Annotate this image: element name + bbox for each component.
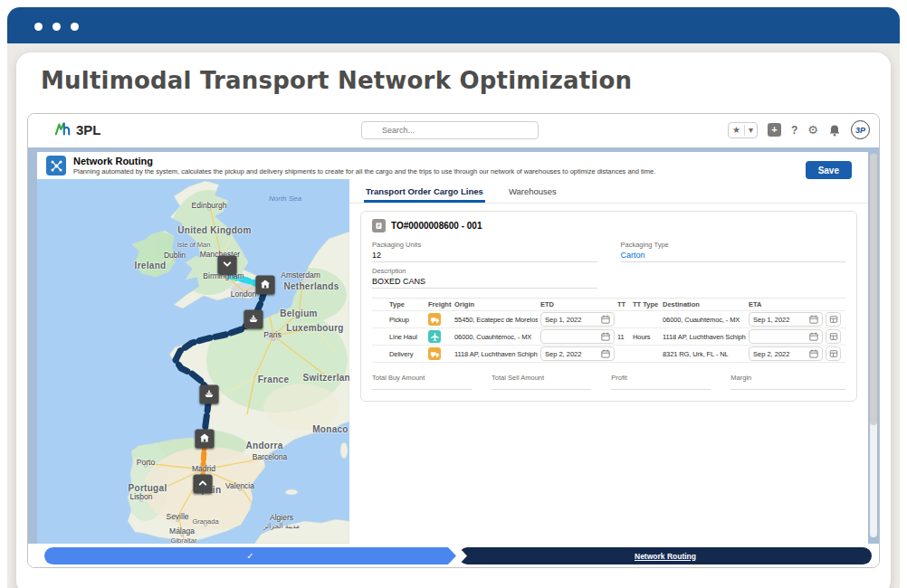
- order-id: TO#0000008600 - 001: [391, 221, 482, 231]
- type-cell: Pickup: [389, 316, 425, 324]
- order-field: Packaging Units12: [372, 238, 597, 262]
- help-icon[interactable]: ?: [791, 124, 797, 137]
- total-label: Margin: [730, 374, 845, 390]
- type-cell: Delivery: [389, 350, 425, 358]
- etd-input[interactable]: [540, 329, 615, 344]
- etd-input[interactable]: Sep 1, 2022: [540, 312, 615, 327]
- total-field: Total Buy Amount: [372, 374, 472, 390]
- avatar[interactable]: 3P: [851, 120, 870, 139]
- column-header: Destination: [663, 300, 746, 308]
- app-logo[interactable]: 3PL: [53, 121, 101, 138]
- field-label: Description: [372, 267, 597, 275]
- warehouse-icon: [199, 431, 211, 447]
- panel-title: Network Routing: [73, 156, 655, 167]
- ship-icon: [248, 311, 260, 327]
- eta-value: Sep 2, 2022: [753, 350, 789, 358]
- transport-order-card: TO#0000008600 - 001 Packaging Units12Pac…: [360, 211, 857, 402]
- column-header: Type: [389, 300, 425, 308]
- order-fields: Packaging Units12Packaging TypeCartonDes…: [372, 238, 845, 290]
- field-label: Packaging Type: [621, 241, 846, 249]
- network-routing-workspace: Network Routing Planning automated by th…: [28, 147, 879, 544]
- calendar-icon: [809, 346, 818, 362]
- field-value[interactable]: Carton: [621, 251, 846, 260]
- column-header: TT Type: [633, 300, 660, 308]
- bell-icon[interactable]: [828, 124, 841, 137]
- window-dot-icon[interactable]: [53, 23, 61, 31]
- calendar-icon: [601, 328, 610, 345]
- total-field: Margin: [730, 374, 845, 390]
- etd-input[interactable]: Sep 2, 2022: [540, 346, 615, 361]
- window-dot-icon[interactable]: [34, 23, 43, 31]
- row-detail-button[interactable]: [826, 346, 841, 361]
- total-label: Total Buy Amount: [372, 374, 472, 390]
- path-step-current[interactable]: Network Routing: [459, 547, 872, 564]
- column-header: ETA: [749, 300, 823, 308]
- table-row: Delivery1118 AP, Luchthaven Schiphol, - …: [372, 346, 845, 363]
- scrollbar-thumb[interactable]: [870, 154, 877, 425]
- tab-transport-order-cargo-lines[interactable]: Transport Order Cargo Lines: [364, 186, 485, 203]
- app-window: 3PL ★ ▾ + ? ⚙ 3P: [27, 113, 880, 568]
- freight-truck-icon: [428, 347, 441, 360]
- save-button[interactable]: Save: [806, 161, 852, 179]
- path-step-completed[interactable]: ✓: [44, 547, 456, 564]
- browser-titlebar: [7, 7, 900, 43]
- column-header: TT: [617, 300, 630, 308]
- freight-cell: [428, 347, 452, 360]
- eta-input[interactable]: Sep 1, 2022: [749, 312, 823, 327]
- order-field: Packaging TypeCarton: [621, 238, 846, 262]
- add-icon[interactable]: +: [768, 123, 781, 137]
- row-detail-button[interactable]: [826, 329, 841, 344]
- origin-cell: 55450, Ecatepec de Morelos, - MX: [454, 316, 538, 324]
- scrollbar[interactable]: [870, 154, 877, 537]
- calendar-icon: [809, 328, 818, 345]
- freight-truck-icon: [428, 313, 441, 326]
- ship-icon: [204, 386, 215, 403]
- map-marker-ship[interactable]: [244, 310, 263, 329]
- field-value: 12: [372, 251, 597, 260]
- page-title: Multimodal Transport Network Optimizatio…: [41, 67, 632, 94]
- path-step-label: Network Routing: [635, 552, 696, 561]
- total-label: Profit: [611, 374, 711, 390]
- window-dot-icon[interactable]: [71, 23, 79, 31]
- map-marker-warehouse[interactable]: [256, 276, 275, 295]
- eta-input[interactable]: Sep 2, 2022: [749, 346, 823, 361]
- map-marker-warehouse[interactable]: [196, 430, 215, 449]
- warehouse-icon: [260, 277, 272, 293]
- type-cell: Line Haul: [389, 333, 425, 341]
- eta-value: Sep 1, 2022: [753, 316, 789, 324]
- eta-input[interactable]: [749, 329, 823, 344]
- brand-mark-icon: [53, 121, 72, 138]
- row-detail-button[interactable]: [826, 312, 841, 327]
- route-map[interactable]: North SeaEdinburghUnited KingdomIsle of …: [37, 179, 349, 544]
- gear-icon[interactable]: ⚙: [807, 123, 818, 137]
- etd-value: Sep 2, 2022: [545, 350, 581, 358]
- window-controls[interactable]: [34, 23, 79, 31]
- divider: [744, 125, 745, 136]
- cargo-lines-table: TypeFreightOriginETDTTTT TypeDestination…: [372, 298, 845, 363]
- destination-cell: 06000, Cuauhtémoc, - MX: [663, 316, 746, 324]
- column-header: Freight: [428, 300, 452, 308]
- map-marker-ship[interactable]: [200, 385, 219, 404]
- table-row: Line Haul06000, Cuauhtémoc, - MX11Hours1…: [372, 328, 845, 346]
- freight-cell: [428, 313, 452, 326]
- origin-cell: 1118 AP, Luchthaven Schiphol, - NL: [454, 350, 538, 358]
- freight-cell: [428, 330, 452, 343]
- star-icon: ★: [732, 125, 740, 135]
- app-header: 3PL ★ ▾ + ? ⚙ 3P: [28, 114, 879, 147]
- search-input[interactable]: [361, 121, 539, 139]
- map-marker-chevron-down[interactable]: [218, 256, 237, 275]
- destination-cell: 1118 AP, Luchthaven Schiphol, - NL: [663, 333, 746, 341]
- tabs-bar: Transport Order Cargo LinesWarehouses: [349, 179, 868, 204]
- network-routing-icon: [46, 156, 66, 175]
- column-header: ETD: [540, 300, 615, 308]
- favorites-button[interactable]: ★ ▾: [728, 122, 758, 138]
- etd-value: Sep 1, 2022: [545, 316, 581, 324]
- table-row: Pickup55450, Ecatepec de Morelos, - MXSe…: [372, 311, 845, 328]
- tab-warehouses[interactable]: Warehouses: [507, 186, 559, 203]
- calendar-icon: [601, 311, 610, 327]
- table-header-row: TypeFreightOriginETDTTTT TypeDestination…: [372, 298, 845, 311]
- total-field: Profit: [611, 374, 711, 390]
- field-label: Packaging Units: [372, 241, 597, 249]
- map-marker-chevron-up[interactable]: [194, 475, 213, 494]
- tt-cell: 11: [617, 333, 630, 341]
